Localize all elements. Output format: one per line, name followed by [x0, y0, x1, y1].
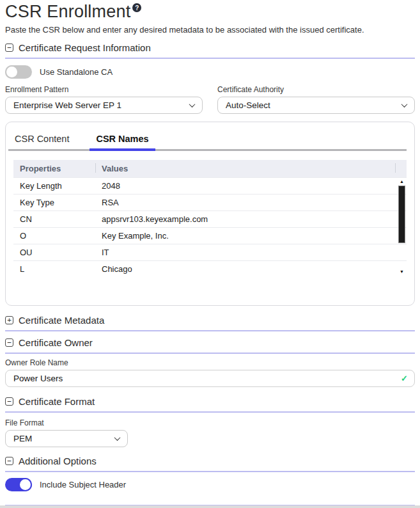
csr-names-table-wrap: Properties Values Key Length2048Key Type…: [13, 160, 407, 277]
table-row[interactable]: CNappsrvr103.keyexample.com: [13, 211, 407, 228]
toggle-label: Use Standalone CA: [40, 67, 113, 77]
table-header-row: Properties Values: [13, 160, 407, 178]
section-certificate-request-information[interactable]: − Certificate Request Information: [5, 42, 415, 59]
csr-panel: CSR Content CSR Names Properties Values …: [5, 122, 415, 306]
section-certificate-owner[interactable]: − Certificate Owner: [5, 337, 415, 354]
select-value: Enterprise Web Server EP 1: [13, 100, 121, 110]
csr-names-table: Properties Values Key Length2048Key Type…: [13, 160, 407, 277]
owner-role-input-wrap: ✓: [5, 370, 415, 387]
valid-check-icon: ✓: [401, 374, 408, 383]
collapse-icon[interactable]: −: [5, 457, 13, 465]
file-format-select[interactable]: PEM: [5, 430, 128, 447]
subject-header-row: Include Subject Header: [5, 478, 415, 491]
pattern-authority-row: Enrollment Pattern Enterprise Web Server…: [5, 85, 415, 114]
file-format-field: File Format PEM: [5, 418, 415, 447]
page-title: CSR Enrollment: [5, 1, 130, 22]
certificate-authority-label: Certificate Authority: [217, 85, 415, 94]
chevron-down-icon: [401, 101, 408, 107]
column-values[interactable]: Values: [95, 160, 395, 178]
enrollment-pattern-field: Enrollment Pattern Enterprise Web Server…: [5, 85, 203, 114]
chevron-down-icon: [189, 101, 196, 107]
owner-role-name-input[interactable]: [5, 370, 415, 387]
csr-enrollment-page: CSR Enrollment ? Paste the CSR below and…: [0, 0, 420, 508]
certificate-authority-select[interactable]: Auto-Select: [217, 97, 415, 114]
select-value: Auto-Select: [226, 100, 270, 110]
csr-tabs: CSR Content CSR Names: [8, 130, 407, 151]
table-row[interactable]: LChicago: [13, 261, 407, 278]
scroll-down-icon[interactable]: ▼: [398, 269, 406, 274]
help-icon[interactable]: ?: [132, 3, 141, 12]
chevron-down-icon: [114, 434, 121, 441]
include-subject-header-toggle[interactable]: [5, 478, 32, 491]
table-row[interactable]: Key TypeRSA: [13, 194, 407, 211]
table-row[interactable]: OUIT: [13, 244, 407, 261]
select-value: PEM: [13, 434, 32, 443]
section-certificate-format[interactable]: − Certificate Format: [5, 396, 415, 413]
use-standalone-ca-toggle[interactable]: [5, 65, 32, 79]
enrollment-pattern-label: Enrollment Pattern: [5, 85, 203, 94]
section-label: Additional Options: [19, 456, 97, 466]
owner-role-field: Owner Role Name ✓: [5, 358, 415, 387]
csr-table-body: Key Length2048Key TypeRSACNappsrvr103.ke…: [13, 178, 407, 278]
section-label: Certificate Owner: [19, 337, 93, 348]
toggle-knob: [5, 65, 19, 79]
collapse-icon[interactable]: −: [5, 397, 13, 406]
standalone-ca-row: Use Standalone CA: [5, 65, 415, 79]
owner-role-name-label: Owner Role Name: [5, 358, 415, 367]
enrollment-pattern-select[interactable]: Enterprise Web Server EP 1: [5, 97, 203, 114]
table-scrollbar[interactable]: ▲ ▼: [398, 177, 406, 277]
column-spacer: [395, 160, 407, 178]
table-row[interactable]: Key Length2048: [13, 178, 407, 194]
page-subtitle: Paste the CSR below and enter any desire…: [5, 25, 415, 35]
collapse-icon[interactable]: −: [5, 338, 13, 347]
tab-csr-content[interactable]: CSR Content: [8, 130, 75, 149]
expand-icon[interactable]: +: [5, 316, 13, 324]
file-format-label: File Format: [5, 418, 415, 427]
page-title-row: CSR Enrollment ?: [5, 1, 415, 22]
scrollbar-thumb[interactable]: [398, 186, 405, 243]
section-label: Certificate Request Information: [19, 42, 151, 53]
scroll-up-icon[interactable]: ▲: [398, 179, 406, 184]
section-additional-options[interactable]: − Additional Options: [5, 456, 415, 472]
certificate-authority-field: Certificate Authority Auto-Select: [217, 85, 415, 114]
toggle-knob: [19, 478, 32, 491]
section-certificate-metadata[interactable]: + Certificate Metadata: [5, 315, 415, 331]
toggle-label: Include Subject Header: [40, 480, 126, 489]
section-label: Certificate Metadata: [19, 315, 104, 326]
table-row[interactable]: OKey Example, Inc.: [13, 228, 407, 244]
column-properties[interactable]: Properties: [13, 160, 95, 178]
horizontal-scrollbar[interactable]: [0, 505, 420, 508]
section-label: Certificate Format: [19, 396, 95, 407]
tab-csr-names[interactable]: CSR Names: [89, 130, 155, 149]
collapse-icon[interactable]: −: [5, 44, 13, 52]
